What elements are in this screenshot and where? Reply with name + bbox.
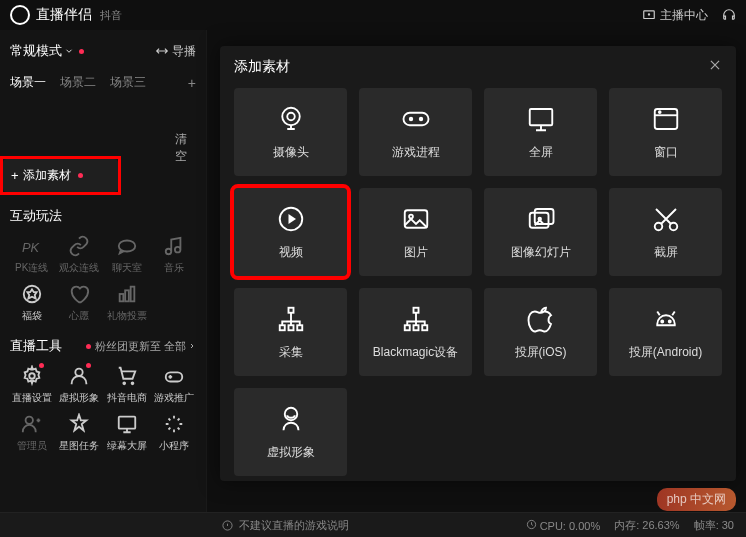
clear-button[interactable]: 清空: [175, 131, 196, 165]
add-source-button[interactable]: + 添加素材: [3, 159, 118, 192]
source-android-label: 投屏(Android): [629, 344, 702, 361]
tool-game-promo[interactable]: 游戏推广: [153, 363, 197, 407]
tool-live-settings-label: 直播设置: [12, 391, 52, 405]
mode-label: 常规模式: [10, 42, 62, 60]
bottombar-warning[interactable]: 不建议直播的游戏说明: [222, 518, 349, 533]
scene-tab-1[interactable]: 场景一: [10, 74, 46, 91]
warning-text: 不建议直播的游戏说明: [239, 518, 349, 533]
interaction-chat-label: 聊天室: [112, 261, 142, 275]
source-slideshow[interactable]: 图像幻灯片: [484, 188, 597, 276]
cpu-stat: CPU: 0.00%: [526, 519, 601, 532]
tool-game-promo-label: 游戏推广: [154, 391, 194, 405]
host-center-label: 主播中心: [660, 7, 708, 24]
headphones-icon[interactable]: [722, 8, 736, 22]
source-android[interactable]: 投屏(Android): [609, 288, 722, 376]
watermark: php 中文网: [657, 488, 736, 511]
modal-close-button[interactable]: [708, 58, 722, 76]
tool-admin[interactable]: 管理员: [10, 411, 54, 455]
svg-point-12: [25, 417, 32, 424]
tool-avatar[interactable]: 虚拟形象: [58, 363, 102, 407]
scene-tab-2[interactable]: 场景二: [60, 74, 96, 91]
svg-rect-13: [119, 417, 136, 429]
interaction-wish[interactable]: 心愿: [58, 281, 102, 325]
source-window[interactable]: 窗口: [609, 88, 722, 176]
scissors-icon: [651, 204, 681, 234]
fans-dot-icon: [86, 344, 91, 349]
tool-miniprogram[interactable]: 小程序: [153, 411, 197, 455]
svg-point-7: [29, 373, 35, 379]
interaction-vote[interactable]: 礼物投票: [105, 281, 149, 325]
svg-rect-11: [166, 372, 183, 381]
tool-greenscreen[interactable]: 绿幕大屏: [105, 411, 149, 455]
source-blackmagic[interactable]: Blackmagic设备: [359, 288, 472, 376]
source-ios[interactable]: 投屏(iOS): [484, 288, 597, 376]
bottombar-stats: CPU: 0.00% 内存: 26.63% 帧率: 30: [526, 518, 734, 533]
info-icon: [222, 520, 233, 531]
add-source-modal: 添加素材 摄像头 游戏进程 全屏 窗口 视频 图片: [220, 46, 736, 481]
svg-point-39: [668, 320, 670, 322]
titlebar: 直播伴侣 抖音 主播中心: [0, 0, 746, 30]
scene-add-button[interactable]: +: [188, 75, 196, 91]
app-title: 直播伴侣: [36, 6, 92, 24]
tool-miniprogram-label: 小程序: [159, 439, 189, 453]
source-ios-label: 投屏(iOS): [515, 344, 567, 361]
source-camera-label: 摄像头: [273, 144, 309, 161]
source-image-label: 图片: [404, 244, 428, 261]
interaction-vote-label: 礼物投票: [107, 309, 147, 323]
android-icon: [651, 304, 681, 334]
star-task-icon: [68, 413, 90, 435]
import-button[interactable]: 导播: [155, 43, 196, 60]
tree-icon: [276, 304, 306, 334]
mem-stat: 内存: 26.63%: [614, 518, 679, 533]
svg-rect-33: [297, 325, 302, 330]
logo-icon: [10, 5, 30, 25]
camera-icon: [276, 104, 306, 134]
svg-rect-30: [288, 307, 293, 312]
fans-update-link[interactable]: 粉丝团更新至 全部: [86, 339, 196, 354]
scene-tab-3[interactable]: 场景三: [110, 74, 146, 91]
interaction-pk[interactable]: PK PK连线: [10, 233, 54, 277]
source-fullscreen[interactable]: 全屏: [484, 88, 597, 176]
source-camera[interactable]: 摄像头: [234, 88, 347, 176]
tree-icon-2: [401, 304, 431, 334]
highlight-box-1: + 添加素材: [0, 156, 121, 195]
interaction-lucky-bag[interactable]: 福袋: [10, 281, 54, 325]
add-source-dot-icon: [78, 173, 83, 178]
tool-ecommerce[interactable]: 抖音电商: [105, 363, 149, 407]
svg-rect-19: [529, 109, 552, 125]
window-icon: [651, 104, 681, 134]
source-screenshot-label: 截屏: [654, 244, 678, 261]
cpu-value: 0.00%: [569, 520, 600, 532]
chat-icon: [116, 235, 138, 257]
source-game-label: 游戏进程: [392, 144, 440, 161]
svg-rect-34: [413, 307, 418, 312]
cpu-label: CPU:: [540, 520, 566, 532]
chevron-down-icon: [64, 46, 74, 56]
admin-icon: [21, 413, 43, 435]
svg-rect-36: [413, 325, 418, 330]
tv-icon: [642, 8, 656, 22]
svg-point-10: [131, 382, 133, 384]
titlebar-left: 直播伴侣 抖音: [10, 5, 122, 25]
heart-icon: [68, 283, 90, 305]
interaction-music[interactable]: 音乐: [153, 233, 197, 277]
source-game[interactable]: 游戏进程: [359, 88, 472, 176]
interaction-title: 互动玩法: [10, 207, 196, 225]
host-center-button[interactable]: 主播中心: [642, 7, 708, 24]
source-video[interactable]: 视频: [234, 188, 347, 276]
tool-live-settings[interactable]: 直播设置: [10, 363, 54, 407]
tool-greenscreen-label: 绿幕大屏: [107, 439, 147, 453]
source-virtual[interactable]: 虚拟形象: [234, 388, 347, 476]
svg-point-21: [658, 111, 660, 113]
mode-selector[interactable]: 常规模式: [10, 42, 84, 60]
source-image[interactable]: 图片: [359, 188, 472, 276]
source-capture[interactable]: 采集: [234, 288, 347, 376]
interaction-chat[interactable]: 聊天室: [105, 233, 149, 277]
music-icon: [163, 235, 185, 257]
source-screenshot[interactable]: 截屏: [609, 188, 722, 276]
source-grid: 摄像头 游戏进程 全屏 窗口 视频 图片 图像幻灯片 截屏: [234, 88, 722, 476]
apple-icon: [526, 304, 556, 334]
bars-icon: [116, 283, 138, 305]
interaction-audience[interactable]: 观众连线: [58, 233, 102, 277]
tool-star-task[interactable]: 星图任务: [58, 411, 102, 455]
